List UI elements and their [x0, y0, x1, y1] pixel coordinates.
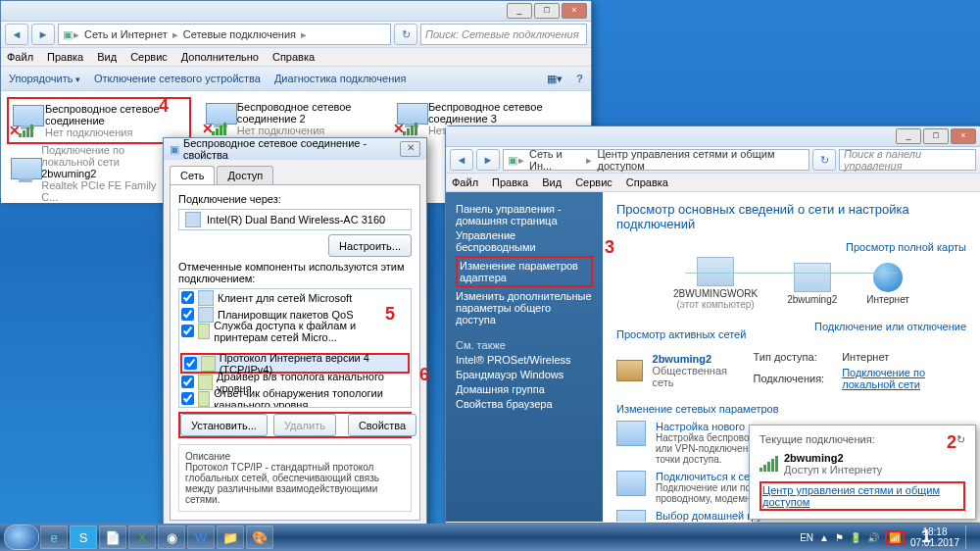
crumb-seg[interactable]: Сеть и Интернет [80, 28, 172, 40]
taskbar-word-icon[interactable]: W [187, 526, 215, 549]
forward-button[interactable]: ► [476, 149, 500, 171]
checkbox[interactable] [181, 291, 194, 304]
refresh-button[interactable]: ↻ [812, 149, 836, 171]
node-internet[interactable]: Интернет [866, 263, 909, 305]
close-button[interactable]: × [951, 128, 976, 144]
titlebar: _ □ × [446, 126, 980, 147]
tab-sharing[interactable]: Доступ [217, 166, 273, 184]
close-button[interactable]: ✕ [400, 141, 420, 157]
organize-button[interactable]: Упорядочить [9, 73, 80, 84]
menu-edit[interactable]: Правка [492, 176, 528, 188]
checkbox[interactable] [184, 357, 197, 370]
advanced-sharing-link[interactable]: Изменить дополнительные параметры общего… [456, 290, 593, 326]
nav-toolbar: ◄ ► ▣ ▸ Сеть и Интернет ▸ Сетевые подклю… [1, 22, 591, 48]
components-list[interactable]: Клиент для сетей Microsoft Планировщик п… [178, 288, 412, 408]
node-this-pc[interactable]: 2BWUMINGWORK(этот компьютер) [673, 257, 758, 310]
taskbar-excel-icon[interactable]: X [128, 526, 156, 549]
homegroup-link[interactable]: Домашняя группа [456, 383, 593, 395]
component-label[interactable]: Ответчик обнаружения топологии канальног… [214, 387, 409, 409]
forward-button[interactable]: ► [31, 24, 55, 45]
proset-link[interactable]: Intel® PROSet/Wireless [456, 354, 593, 366]
tab-network[interactable]: Сеть [170, 166, 215, 184]
disable-device-button[interactable]: Отключение сетевого устройства [94, 73, 261, 84]
component-label[interactable]: Служба доступа к файлам и принтерам сете… [214, 320, 409, 343]
component-label[interactable]: Клиент для сетей Microsoft [218, 292, 352, 304]
taskbar-notepad-icon[interactable]: 📄 [99, 526, 126, 549]
menu-tools[interactable]: Сервис [130, 51, 168, 63]
control-panel-home-link[interactable]: Панель управления - домашняя страница [456, 203, 593, 226]
crumb-seg[interactable]: Центр управления сетями и общим доступом [593, 148, 805, 172]
connection-lan[interactable]: Подключение по локальной сети2bwuming2Re… [7, 152, 168, 195]
connection-wireless-2[interactable]: ✕ Беспроводное сетевое соединение 2Нет п… [202, 97, 382, 140]
properties-button[interactable]: Свойства [348, 414, 416, 436]
menu-help[interactable]: Справка [272, 51, 315, 63]
manage-wireless-link[interactable]: Управление беспроводными [456, 229, 593, 253]
clock[interactable]: 18:1807.01.2017 [910, 526, 959, 548]
close-button[interactable]: × [562, 3, 587, 19]
taskbar-ie-icon[interactable]: e [40, 526, 68, 549]
network-name-link[interactable]: 2bwuming2 [653, 353, 734, 365]
taskbar-app-icon[interactable]: 🎨 [246, 526, 273, 549]
taskbar-chrome-icon[interactable]: ◉ [158, 526, 185, 549]
protocol-icon [201, 356, 216, 372]
internet-options-link[interactable]: Свойства браузера [456, 398, 593, 410]
breadcrumb[interactable]: ▣ ▸ Сеть и Интернет ▸ Сетевые подключени… [58, 24, 391, 45]
tray-volume-icon[interactable]: 🔊 [867, 532, 879, 543]
checkbox[interactable] [181, 392, 194, 405]
access-label: Тип доступа: [746, 350, 833, 364]
refresh-button[interactable]: ↻ [394, 24, 417, 45]
minimize-button[interactable]: _ [896, 128, 921, 144]
annotation-4: 4 [159, 96, 169, 117]
menu-file[interactable]: Файл [7, 51, 33, 63]
tray-network-item[interactable]: 2bwuming2Доступ к Интернету [760, 452, 965, 476]
minimize-button[interactable]: _ [507, 3, 532, 19]
open-network-center-link[interactable]: Центр управления сетями и общим доступом [760, 481, 965, 511]
menu-help[interactable]: Справка [626, 176, 668, 188]
tray-flag-icon[interactable]: ⚑ [835, 532, 844, 543]
full-map-link[interactable]: Просмотр полной карты [846, 241, 966, 253]
change-adapter-link[interactable]: Изменение параметров адаптера [456, 256, 593, 287]
install-button[interactable]: Установить... [180, 414, 268, 436]
show-desktop-button[interactable] [965, 526, 972, 549]
crumb-seg[interactable]: Сеть и Ин... [525, 148, 585, 172]
help-icon[interactable]: ? [576, 73, 583, 84]
lang-indicator[interactable]: EN [800, 532, 813, 543]
menu-tools[interactable]: Сервис [575, 176, 612, 188]
network-icon: ▣ [170, 143, 179, 156]
tray-battery-icon[interactable]: 🔋 [850, 532, 861, 543]
node-router[interactable]: 2bwuming2 [787, 263, 837, 305]
tray-chevron-icon[interactable]: ▲ [819, 532, 829, 543]
back-button[interactable]: ◄ [5, 24, 28, 45]
annotation-5: 5 [385, 304, 395, 325]
menu-extra[interactable]: Дополнительно [181, 51, 259, 63]
qos-icon [198, 307, 214, 323]
checkbox[interactable] [181, 308, 194, 321]
breadcrumb[interactable]: ▣▸ Сеть и Ин...▸ Центр управления сетями… [503, 149, 809, 171]
remove-button: Удалить [273, 414, 336, 436]
diagnose-button[interactable]: Диагностика подключения [274, 73, 406, 84]
menu-view[interactable]: Вид [542, 176, 562, 188]
connect-disconnect-link[interactable]: Подключение или отключение [814, 321, 966, 344]
label-components: Отмеченные компоненты используются этим … [178, 261, 412, 284]
start-button[interactable] [4, 525, 39, 550]
firewall-link[interactable]: Брандмауэр Windows [456, 369, 593, 380]
menu-view[interactable]: Вид [97, 51, 117, 63]
menu-edit[interactable]: Правка [47, 51, 83, 63]
view-icon[interactable]: ▦▾ [547, 73, 563, 85]
back-button[interactable]: ◄ [450, 149, 473, 171]
search-input[interactable]: Поиск: Сетевые подключения [420, 24, 587, 45]
checkbox[interactable] [181, 376, 194, 388]
annotation-1: 1 [921, 526, 931, 547]
crumb-seg[interactable]: Сетевые подключения [179, 28, 300, 40]
taskbar-skype-icon[interactable]: S [70, 526, 97, 549]
configure-button[interactable]: Настроить... [328, 234, 412, 257]
tray-network-icon[interactable]: 📶 [885, 530, 905, 545]
connection-link[interactable]: Подключение по локальной сети [842, 367, 925, 390]
maximize-button[interactable]: □ [534, 3, 560, 19]
maximize-button[interactable]: □ [923, 128, 949, 144]
menu-file[interactable]: Файл [452, 176, 478, 188]
refresh-icon[interactable]: ↻ [956, 433, 965, 446]
taskbar-explorer-icon[interactable]: 📁 [217, 526, 244, 549]
search-input[interactable]: Поиск в панели управления [839, 149, 976, 171]
checkbox[interactable] [181, 325, 194, 337]
